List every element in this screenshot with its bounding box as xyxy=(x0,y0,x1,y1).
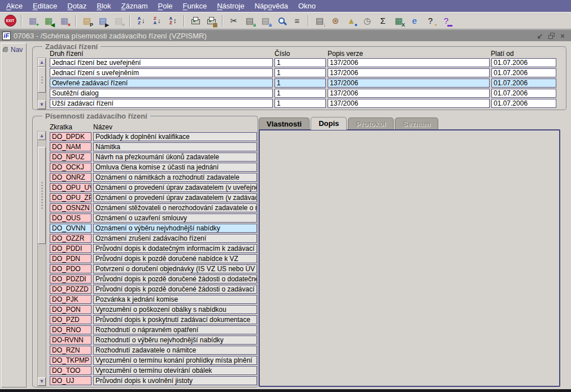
toolbar-print-button[interactable] xyxy=(188,14,203,28)
scroll-up-button[interactable]: ▲ xyxy=(38,132,46,140)
field-druh[interactable]: Soutěžní dialog xyxy=(50,89,273,98)
scroll-up-button[interactable]: ▲ xyxy=(38,58,46,67)
field-plati[interactable]: 01.07.2006 xyxy=(491,89,556,98)
toolbar-duplicate-record-button[interactable]: ▦◀ xyxy=(41,14,56,28)
field-nazev[interactable]: Vyrozumění o poškození obálky s nabídkou xyxy=(93,305,257,314)
menu-item-funkce[interactable]: Funkce xyxy=(178,1,212,12)
field-nazev[interactable]: Potvrzení o doručení objednávky (IS VZ U… xyxy=(93,264,257,273)
field-zkratka[interactable]: DO_OSNZN xyxy=(50,203,91,212)
scroll-down-button[interactable]: ▼ xyxy=(38,377,46,386)
toolbar-insert-record-button[interactable]: ▦+ xyxy=(25,14,40,28)
procurement-scrollbar[interactable]: ▲ ▼ xyxy=(37,58,46,110)
field-plati[interactable]: 01.07.2006 xyxy=(491,79,556,88)
scroll-thumb[interactable] xyxy=(38,147,46,244)
toolbar-sort-reorder-button[interactable]: AŽ↕ xyxy=(165,14,180,28)
toolbar-clock-button[interactable]: ◷ xyxy=(360,14,374,28)
menu-item-nastroje[interactable]: Nástroje xyxy=(212,1,249,12)
toolbar-sort-ascending-button[interactable]: AZ↓ xyxy=(134,14,149,28)
toolbar-enter-query-button[interactable]: ▤P xyxy=(80,14,94,28)
field-zkratka[interactable]: DO_TOO xyxy=(50,366,91,375)
field-zkratka[interactable]: DO_PON xyxy=(50,305,91,314)
toolbar-copy-button[interactable]: ▤a xyxy=(242,14,257,28)
field-nazev[interactable]: Oznámení o provedení úprav zadavatelem (… xyxy=(93,183,257,192)
field-zkratka[interactable]: DO_PZD xyxy=(50,315,91,324)
field-zkratka[interactable]: DO-RVNN xyxy=(50,336,91,345)
menu-item-dotaz[interactable]: Dotaz xyxy=(62,1,91,12)
field-zkratka[interactable]: DO_ONRZ xyxy=(50,173,91,182)
nav-item[interactable]: Nav xyxy=(2,43,26,56)
field-nazev[interactable]: Oznámení o provedení úprav zadavatelem (… xyxy=(93,193,257,202)
field-druh[interactable]: Užší zadávací řízení xyxy=(50,99,273,108)
toolbar-sum-button[interactable]: Σ xyxy=(376,14,390,28)
toolbar-web-browser-button[interactable]: e xyxy=(407,14,422,28)
field-nazev[interactable]: Průvodní dopis k uvolnění jistoty xyxy=(93,376,257,385)
field-zkratka[interactable]: DO_PDDI xyxy=(50,244,91,253)
close-button[interactable]: × xyxy=(559,32,566,40)
field-nazev[interactable]: Průvodní dopis k pozdě doručené žádosti … xyxy=(93,275,257,284)
toolbar-edit-field-button[interactable]: ▤↓ xyxy=(312,14,327,28)
field-zkratka[interactable]: DO_OZZR xyxy=(50,234,91,243)
field-nazev[interactable]: Průvodní dopis k pozdě doručené nabídce … xyxy=(93,254,257,263)
field-popis[interactable]: 137/2006 xyxy=(328,99,490,108)
field-zkratka[interactable]: DO_OPU_UV xyxy=(50,183,91,192)
field-nazev[interactable]: Rozhodnutí o nápravném opatření xyxy=(93,325,257,334)
field-nazev[interactable]: Oznámení zrušení zadávacího řízení xyxy=(93,234,257,243)
field-cislo[interactable]: 1 xyxy=(274,79,326,88)
tab-vlastnosti[interactable]: Vlastnosti xyxy=(259,117,310,130)
nav-radio-icon[interactable] xyxy=(3,47,9,53)
menu-item-napoveda[interactable]: Nápověda xyxy=(250,1,293,12)
field-nazev[interactable]: Rozhodnutí zadavatele o námitce xyxy=(93,346,257,355)
field-zkratka[interactable]: DO_PDN xyxy=(50,254,91,263)
field-popis[interactable]: 137/2006 xyxy=(328,68,490,77)
field-zkratka[interactable]: DO_OUS xyxy=(50,214,91,223)
field-nazev[interactable]: Oznámení stěžovateli o nerozhodování zad… xyxy=(93,203,257,212)
field-zkratka[interactable]: DO_PJK xyxy=(50,295,91,304)
toolbar-exit-button[interactable]: EXIT xyxy=(3,14,18,28)
field-zkratka[interactable]: DO_PDZDI xyxy=(50,275,91,284)
field-cislo[interactable]: 1 xyxy=(274,99,326,108)
field-zkratka[interactable]: DO_NPUZ xyxy=(50,153,91,162)
field-nazev[interactable]: Oznámení o námitkách a rozhodnutí zadava… xyxy=(93,173,257,182)
documents-scrollbar[interactable]: ▲ ▼ xyxy=(37,131,46,386)
toolbar-context-help-button[interactable]: ?▬ xyxy=(439,14,454,28)
toolbar-cut-button[interactable]: ✂ xyxy=(226,14,241,28)
toolbar-about-button[interactable]: ?▪ xyxy=(423,14,438,28)
field-zkratka[interactable]: DO_RNO xyxy=(50,325,91,334)
toolbar-export-excel-button[interactable]: ▦X xyxy=(391,14,406,28)
field-nazev[interactable]: Námitka xyxy=(93,142,257,151)
field-druh[interactable]: Jednací řízení bez uveřejnění xyxy=(50,58,273,67)
menu-item-blok[interactable]: Blok xyxy=(91,1,116,12)
field-nazev[interactable]: Návrh na přezkoumání úkonů zadavatele xyxy=(93,153,257,162)
field-zkratka[interactable]: DO_OPU_ZPD xyxy=(50,193,91,202)
toolbar-paste-button[interactable]: ▤a xyxy=(258,14,273,28)
field-nazev[interactable]: Průvodní dopis k dodatečným informacím k… xyxy=(93,244,257,253)
field-nazev[interactable]: Pozvánka k jednání komise xyxy=(93,295,257,304)
field-plati[interactable]: 01.07.2006 xyxy=(491,99,556,108)
toolbar-sort-descending-button[interactable]: ZA↓ xyxy=(150,14,164,28)
scroll-thumb[interactable] xyxy=(38,67,46,93)
field-nazev[interactable]: Oznámení o výběru nejvhodnější nabídky xyxy=(93,224,257,233)
toolbar-list-of-values-button[interactable]: ≡ xyxy=(290,14,304,28)
toolbar-print-preview-button[interactable]: ▤ xyxy=(204,14,219,28)
menu-item-pole[interactable]: Pole xyxy=(153,1,178,12)
field-nazev[interactable]: Průvodní dopis k pozdě doručené žádosti … xyxy=(93,285,257,294)
field-druh[interactable]: Otevřené zadávací řízení xyxy=(50,79,273,88)
field-cislo[interactable]: 1 xyxy=(274,68,326,77)
scroll-down-button[interactable]: ▼ xyxy=(38,101,46,109)
tab-dopis[interactable]: Dopis xyxy=(311,117,347,130)
menu-item-okno[interactable]: Okno xyxy=(293,1,321,12)
field-zkratka[interactable]: DO_PDO xyxy=(50,264,91,273)
field-zkratka[interactable]: DO_PDZZD xyxy=(50,285,91,294)
field-zkratka[interactable]: DO_UJ xyxy=(50,376,91,385)
field-popis[interactable]: 137/2006 xyxy=(328,79,490,88)
field-nazev[interactable]: Omluva člena komise z účasti na jednání xyxy=(93,163,257,172)
field-nazev[interactable]: Průvodní dopis k poskytnutí zadávací dok… xyxy=(93,315,257,324)
field-nazev[interactable]: Vyrozumění o termínu konání prohlídky mí… xyxy=(93,356,257,365)
toolbar-navigator-wheel-button[interactable]: ⊛ xyxy=(328,14,343,28)
field-cislo[interactable]: 1 xyxy=(274,89,326,98)
field-popis[interactable]: 137/2006 xyxy=(328,89,490,98)
toolbar-find-button[interactable] xyxy=(274,14,289,28)
field-zkratka[interactable]: DO_OVNN xyxy=(50,224,91,233)
field-plati[interactable]: 01.07.2006 xyxy=(491,58,556,67)
field-nazev[interactable]: Rozhodnutí o výběru nejvhodnější nabídky xyxy=(93,336,257,345)
